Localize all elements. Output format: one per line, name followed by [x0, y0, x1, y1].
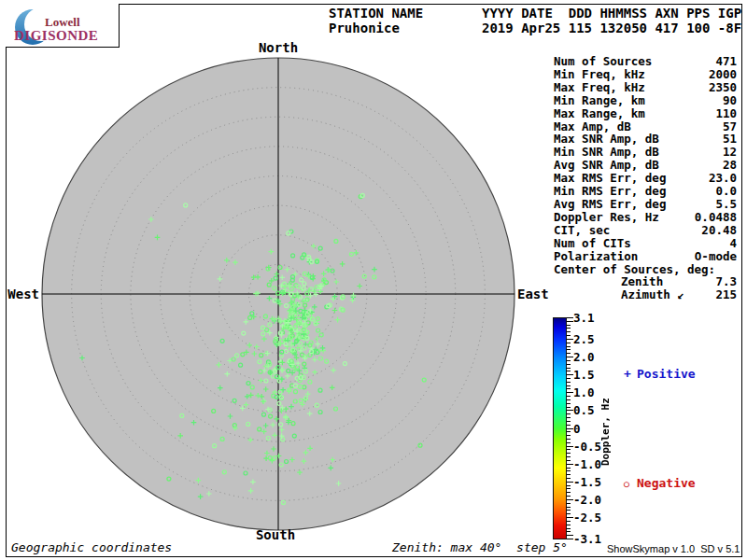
plus-marker-icon: +: [624, 367, 637, 381]
skymap-window: Lowell DIGISONDE STATION NAME YYYY DATE …: [0, 0, 747, 560]
compass-east-label: East: [517, 287, 549, 301]
software-version-label: ShowSkymap v 1.0 SD v 5.1: [607, 543, 740, 554]
stat-row: Center of Sources, deg:: [554, 263, 737, 276]
stat-row: Num of CITs4: [554, 237, 737, 250]
zenith-scale-label: Zenith: max 40° step 5°: [392, 540, 568, 554]
colorbar-label: -0.5: [573, 440, 601, 454]
stat-row: CIT, sec20.48: [554, 224, 737, 237]
stat-value: 20.48: [701, 224, 737, 237]
legend-negative-label: Negative: [637, 476, 696, 490]
stat-label: Min Range, km: [554, 94, 645, 107]
stat-value: 7.3: [715, 275, 737, 288]
stat-value: 51: [723, 133, 737, 146]
stat-label: Zenith: [554, 275, 663, 288]
stat-value: 0.0488: [695, 211, 737, 224]
stat-label: Max SNR Amp, dB: [554, 133, 659, 146]
colorbar-label: -2.5: [573, 511, 601, 525]
legend-negative: ○Negative: [624, 476, 696, 490]
stat-row: Max RMS Err, deg23.0: [554, 172, 737, 185]
stat-value: O-mode: [695, 250, 737, 263]
stat-row: Zenith7.3: [554, 275, 737, 288]
stat-label: Min Freq, kHz: [554, 68, 645, 81]
statistics-panel: Num of Sources471Min Freq, kHz2000Max Fr…: [554, 55, 737, 301]
coordinates-mode-label: Geographic coordinates: [11, 540, 172, 554]
stat-row: PolarizationO-mode: [554, 250, 737, 263]
stat-label: Azimuth ↙: [554, 288, 684, 301]
legend-positive-label: Positive: [637, 367, 696, 381]
colorbar-label: -2.0: [573, 493, 601, 507]
stat-label: Num of Sources: [554, 55, 652, 68]
stat-row: Max Range, km110: [554, 107, 737, 120]
compass-north-label: North: [252, 40, 304, 55]
colorbar-label: 3.1: [573, 311, 595, 325]
stat-row: Min SNR Amp, dB12: [554, 146, 737, 159]
stat-value: 90: [723, 94, 737, 107]
compass-south-label: South: [249, 527, 302, 542]
legend-positive: +Positive: [624, 367, 696, 381]
colorbar-label: -1.5: [573, 475, 601, 489]
stat-row: Azimuth ↙215: [554, 288, 737, 301]
stat-value: 2350: [709, 81, 737, 94]
stat-row: Max SNR Amp, dB51: [554, 133, 737, 146]
stat-value: 23.0: [709, 172, 737, 185]
stat-label: Min RMS Err, deg: [554, 185, 666, 198]
colorbar-label: 0.5: [573, 403, 595, 417]
stat-value: 12: [723, 146, 737, 159]
stat-label: Max Range, km: [554, 107, 645, 120]
stat-row: Avg RMS Err, deg5.5: [554, 198, 737, 211]
compass-west-label: West: [4, 287, 39, 301]
stat-label: Max Freq, kHz: [554, 81, 645, 94]
stat-label: CIT, sec: [554, 224, 610, 237]
stat-value: 28: [723, 159, 737, 172]
stat-label: Polarization: [554, 250, 638, 263]
colorbar-label: -3.1: [573, 532, 601, 546]
stat-value: 0.0: [715, 185, 737, 198]
circle-marker-icon: ○: [624, 479, 637, 489]
stat-label: Doppler Res, Hz: [554, 211, 659, 224]
stat-row: Min Freq, kHz2000: [554, 68, 737, 81]
colorbar-label: 0: [573, 422, 581, 436]
stat-value: 471: [715, 55, 737, 68]
stat-label: Num of CITs: [554, 237, 631, 250]
stat-row: Min Range, km90: [554, 94, 737, 107]
stat-label: Min SNR Amp, dB: [554, 146, 659, 159]
doppler-colorbar: [553, 317, 567, 539]
stat-value: 4: [729, 237, 737, 250]
stat-row: Max Freq, kHz2350: [554, 81, 737, 94]
colorbar-label: 2.5: [573, 332, 595, 346]
colorbar-label: -1.0: [573, 457, 601, 471]
stat-row: Min RMS Err, deg0.0: [554, 185, 737, 198]
stat-row: Max Amp, dB57: [554, 120, 737, 133]
colorbar-label: 2.0: [573, 350, 595, 364]
stat-label: Avg SNR Amp, dB: [554, 159, 659, 172]
colorbar-label: 1.5: [573, 368, 595, 382]
stat-row: Num of Sources471: [554, 55, 737, 68]
stat-row: Doppler Res, Hz0.0488: [554, 211, 737, 224]
stat-value: 215: [715, 288, 737, 301]
stat-row: Avg SNR Amp, dB28: [554, 159, 737, 172]
stat-value: 110: [715, 107, 737, 120]
stat-value: 57: [723, 120, 737, 133]
stat-label: Max RMS Err, deg: [554, 172, 666, 185]
colorbar-title: Doppler, Hz: [599, 385, 612, 479]
stat-label: Max Amp, dB: [554, 120, 631, 133]
stat-value: 5.5: [715, 198, 737, 211]
stat-value: 2000: [709, 68, 737, 81]
stat-label: Center of Sources, deg:: [554, 263, 715, 276]
stat-label: Avg RMS Err, deg: [554, 198, 666, 211]
colorbar-label: 1.0: [573, 385, 595, 399]
